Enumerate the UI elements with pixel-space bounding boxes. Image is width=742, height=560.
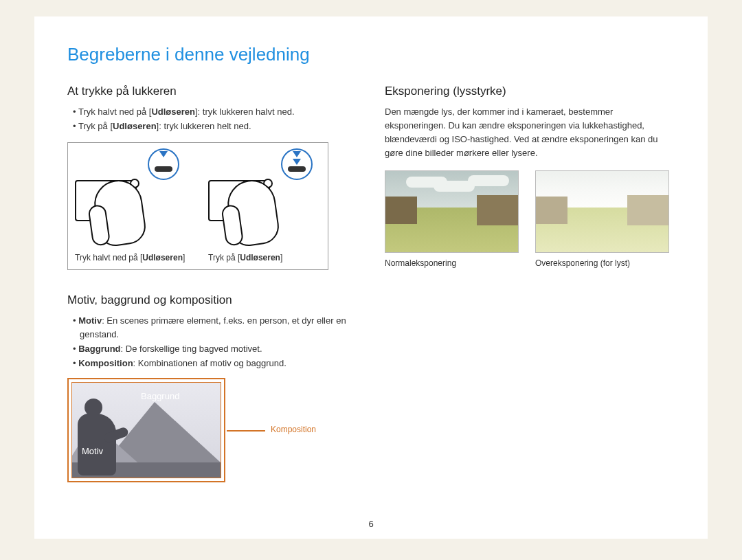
full-press-indicator-icon — [281, 148, 313, 180]
hand-icon — [91, 177, 148, 248]
left-column: At trykke på lukkeren Tryk halvt ned på … — [67, 85, 357, 482]
manual-page: Begreberne i denne vejledning At trykke … — [34, 16, 708, 539]
shutter-button-icon — [288, 166, 306, 172]
shutter-full-caption: Tryk på [Udløseren] — [208, 253, 321, 262]
shutter-full-col: Tryk på [Udløseren] — [208, 153, 321, 262]
label-komposition: Komposition — [271, 425, 316, 434]
composition-section: Motiv, baggrund og komposition Motiv: En… — [67, 293, 357, 482]
page-title: Begreberne i denne vejledning — [67, 44, 675, 65]
right-column: Eksponering (lysstyrke) Den mængde lys, … — [385, 85, 675, 482]
exposure-normal-block: Normaleksponering — [385, 170, 519, 268]
composition-bullet-3: Komposition: Kombinationen af motiv og b… — [73, 357, 357, 371]
label-motiv: Motiv — [82, 446, 103, 456]
building-icon — [477, 195, 518, 225]
exposure-photo-row: Normaleksponering Overeksponering (for l… — [385, 170, 675, 268]
composition-bullet-1: Motiv: En scenes primære element, f.eks.… — [73, 314, 357, 343]
shutter-bullet-1: Tryk halvt ned på [Udløseren]: tryk lukk… — [73, 105, 357, 120]
shutter-bullet-2: Tryk på [Udløseren]: tryk lukkeren helt … — [73, 120, 357, 134]
shutter-half-caption: Tryk halvt ned på [Udløseren] — [75, 253, 188, 262]
building-icon — [536, 197, 567, 224]
exposure-paragraph: Den mængde lys, der kommer ind i kamerae… — [385, 105, 675, 161]
exposure-over-photo — [535, 170, 669, 253]
arrow-down-icon — [293, 159, 301, 165]
building-icon — [385, 197, 417, 224]
shutter-half-col: Tryk halvt ned på [Udløseren] — [75, 153, 188, 262]
shutter-half-image — [75, 153, 185, 249]
content-columns: At trykke på lukkeren Tryk halvt ned på … — [67, 85, 675, 482]
leader-line-icon — [227, 430, 265, 432]
shutter-full-image — [208, 153, 318, 249]
composition-frame: Baggrund Motiv — [67, 378, 225, 482]
composition-diagram: Baggrund Motiv Komposition — [67, 378, 287, 482]
composition-bullets: Motiv: En scenes primære element, f.eks.… — [67, 314, 357, 371]
composition-bullet-2: Baggrund: De forskellige ting bagved mot… — [73, 342, 357, 357]
composition-heading: Motiv, baggrund og komposition — [67, 293, 357, 307]
exposure-normal-photo — [385, 170, 519, 253]
shutter-button-icon — [155, 166, 172, 172]
shutter-heading: At trykke på lukkeren — [67, 85, 357, 98]
label-baggrund: Baggrund — [141, 391, 179, 401]
shutter-bullets: Tryk halvt ned på [Udløseren]: tryk lukk… — [67, 105, 357, 134]
person-icon — [78, 399, 126, 478]
half-press-indicator-icon — [148, 148, 179, 180]
arrow-down-icon — [293, 151, 301, 157]
hand-icon — [225, 177, 282, 248]
building-icon — [627, 195, 668, 225]
arrow-down-icon — [159, 151, 168, 157]
shutter-illustration-box: Tryk halvt ned på [Udløseren] — [67, 142, 328, 270]
exposure-over-block: Overeksponering (for lyst) — [535, 170, 669, 268]
composition-scene: Baggrund Motiv — [71, 382, 221, 478]
page-number: 6 — [368, 519, 373, 529]
exposure-heading: Eksponering (lysstyrke) — [385, 85, 675, 98]
cloud-icon — [406, 177, 447, 188]
exposure-normal-caption: Normaleksponering — [385, 258, 519, 268]
exposure-over-caption: Overeksponering (for lyst) — [535, 258, 669, 268]
